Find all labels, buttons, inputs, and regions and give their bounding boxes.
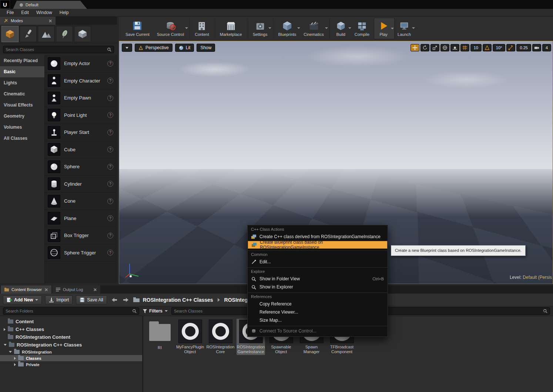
help-icon[interactable] [107, 61, 113, 67]
back-button[interactable] [110, 296, 118, 304]
source-control-button[interactable]: Source Control [154, 18, 188, 39]
tree-item-content[interactable]: Content [0, 318, 142, 325]
move-tool-button[interactable] [410, 44, 419, 51]
help-icon[interactable] [107, 198, 113, 204]
scale-snap-value[interactable]: 0.25 [516, 44, 531, 51]
help-icon[interactable] [107, 112, 113, 118]
mode-paint-button[interactable] [20, 26, 37, 42]
placeable-box-trigger[interactable]: Box Trigger [45, 227, 117, 244]
menu-item-show-in-folder-view[interactable]: Show in Folder View Ctrl+B [248, 275, 388, 283]
modes-search-input[interactable] [6, 47, 105, 52]
tree-item-cpp-classes[interactable]: C++ Classes [0, 325, 142, 333]
placeable-sphere-trigger[interactable]: Sphere Trigger [45, 244, 117, 262]
dropdown-caret-icon[interactable] [412, 27, 415, 29]
content-button[interactable]: Content [192, 18, 214, 39]
import-button[interactable]: Import [45, 295, 73, 304]
placeable-player-start[interactable]: Player Start [45, 124, 117, 141]
surface-snap-toggle[interactable] [450, 44, 459, 51]
help-icon[interactable] [107, 129, 113, 135]
tab-content-browser[interactable]: Content Browser [1, 285, 51, 294]
add-new-button[interactable]: Add New [3, 295, 42, 304]
menu-item-reference-viewer[interactable]: Reference Viewer... [248, 308, 388, 316]
grid-snap-value[interactable]: 10 [470, 44, 482, 51]
build-button[interactable]: Build [332, 18, 352, 39]
category-recently-placed[interactable]: Recently Placed [0, 55, 44, 66]
save-all-button[interactable]: Save All [76, 295, 107, 304]
help-icon[interactable] [107, 233, 113, 239]
expander-icon[interactable] [4, 344, 7, 346]
filters-button[interactable]: Filters [143, 308, 168, 314]
scale-tool-button[interactable] [430, 44, 439, 51]
breadcrumb-current[interactable]: ROSInteg [224, 297, 248, 303]
search-folders-input[interactable] [6, 309, 130, 313]
help-icon[interactable] [107, 181, 113, 187]
expander-icon[interactable] [4, 328, 6, 331]
placeable-empty-pawn[interactable]: Empty Pawn [45, 89, 117, 107]
forward-button[interactable] [122, 296, 130, 304]
scale-snap-toggle[interactable] [506, 44, 515, 51]
show-flags-button[interactable]: Show [197, 44, 215, 52]
dropdown-caret-icon[interactable] [185, 27, 188, 29]
tab-modes[interactable]: Modes [0, 17, 56, 25]
launch-button[interactable]: Launch [395, 18, 415, 39]
menu-item-size-map[interactable]: Size Map... [248, 316, 388, 324]
dropdown-caret-icon[interactable] [325, 27, 328, 29]
breadcrumb-root[interactable]: ROSIntegration C++ Classes [143, 297, 213, 303]
level-value[interactable]: Default (Persis [523, 275, 552, 280]
mode-place-button[interactable] [1, 26, 19, 42]
blueprints-button[interactable]: Blueprints [275, 18, 301, 39]
settings-button[interactable]: Settings [250, 18, 272, 39]
mode-geometry-button[interactable] [74, 26, 91, 42]
placeable-empty-character[interactable]: Empty Character [45, 72, 117, 90]
tree-item-rosintegration-cpp-classes[interactable]: ROSIntegration C++ Classes [0, 341, 142, 349]
dropdown-caret-icon[interactable] [391, 28, 394, 29]
menu-item-copy-reference[interactable]: Copy Reference [248, 300, 388, 308]
tree-item-rosintegration[interactable]: ROSIntegration [0, 349, 142, 355]
mode-foliage-button[interactable] [56, 26, 73, 42]
help-icon[interactable] [107, 250, 113, 256]
category-volumes[interactable]: Volumes [0, 122, 44, 133]
tree-item-rosintegration-content[interactable]: ROSIntegration Content [0, 333, 142, 341]
marketplace-button[interactable]: Marketplace [217, 18, 247, 39]
placeable-sphere[interactable]: Sphere [45, 158, 117, 176]
expander-icon[interactable] [9, 351, 12, 353]
placeable-cube[interactable]: Cube [45, 141, 117, 159]
help-icon[interactable] [107, 146, 113, 152]
rotation-snap-toggle[interactable] [483, 44, 492, 51]
camera-speed-value[interactable]: 4 [542, 44, 551, 51]
menu-help[interactable]: Help [56, 9, 73, 16]
asset-myfancyplugin-object[interactable]: MyFancyPlugin Object [176, 319, 204, 355]
cinematics-button[interactable]: Cinematics [301, 18, 328, 39]
lit-mode-button[interactable]: Lit [175, 44, 194, 52]
category-visual-effects[interactable]: Visual Effects [0, 99, 44, 111]
viewport-options-button[interactable] [122, 44, 132, 52]
menu-edit[interactable]: Edit [17, 9, 33, 16]
expander-icon[interactable] [14, 363, 16, 366]
category-cinematic[interactable]: Cinematic [0, 88, 44, 99]
help-icon[interactable] [107, 164, 113, 170]
menu-window[interactable]: Window [33, 9, 56, 16]
close-icon[interactable] [48, 19, 52, 23]
rotation-snap-value[interactable]: 10° [493, 44, 506, 51]
dropdown-caret-icon[interactable] [348, 27, 351, 29]
rotate-tool-button[interactable] [420, 44, 429, 51]
tree-item-classes[interactable]: Classes [0, 355, 142, 361]
camera-speed-button[interactable] [532, 44, 541, 51]
help-icon[interactable] [107, 215, 113, 221]
close-icon[interactable] [93, 288, 97, 291]
category-basic[interactable]: Basic [0, 66, 44, 77]
asset-rosintegration-core[interactable]: ROSIntegration Core [206, 319, 235, 355]
category-geometry[interactable]: Geometry [0, 111, 44, 122]
play-button[interactable]: Play [374, 18, 395, 39]
placeable-cylinder[interactable]: Cylinder [45, 176, 117, 193]
help-icon[interactable] [107, 78, 113, 84]
menu-item-edit[interactable]: Edit... [248, 258, 388, 266]
menu-item-create-blueprint-class[interactable]: Create Blueprint class based on ROSInteg… [248, 241, 388, 249]
dropdown-caret-icon[interactable] [268, 27, 271, 29]
category-lights[interactable]: Lights [0, 77, 44, 88]
tree-item-private[interactable]: Private [0, 361, 142, 368]
compile-button[interactable]: Compile [352, 18, 374, 39]
menu-item-connect-source-control[interactable]: Connect To Source Control... [248, 327, 388, 335]
expander-icon[interactable] [14, 357, 16, 360]
menu-item-show-in-explorer[interactable]: Show in Explorer [248, 283, 388, 291]
